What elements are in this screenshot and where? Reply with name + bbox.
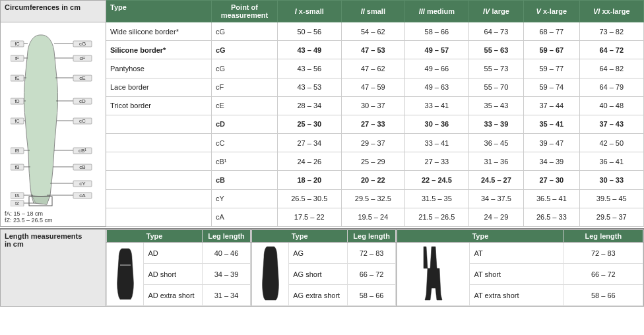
svg-text:fE: fE	[15, 76, 19, 80]
row-meas-9: cY	[212, 189, 278, 208]
type-label-1: Type	[107, 230, 203, 243]
row-4-col-IV: 35 – 43	[468, 96, 524, 115]
row-type-0: Wide silicone border*	[106, 22, 212, 41]
row-9-col-IV: 34 – 37.5	[468, 189, 524, 208]
row-3-col-III: 49 – 63	[405, 78, 469, 96]
row-10-col-II: 19.5 – 24	[341, 208, 405, 226]
at-short-value: 66 – 72	[564, 264, 643, 285]
row-type-1: Silicone border*	[106, 41, 212, 59]
row-8-col-V: 27 – 30	[524, 171, 579, 189]
svg-text:cB¹: cB¹	[79, 148, 86, 154]
row-0-col-VI: 73 – 82	[579, 22, 643, 41]
leg-length-label-1: Leg length	[203, 230, 251, 243]
row-type-2: Pantyhose	[106, 59, 212, 78]
row-meas-6: cC	[212, 134, 278, 152]
svg-text:fC: fC	[15, 42, 19, 46]
ad-extra-short-type: AD extra short	[144, 285, 203, 306]
row-2-col-II: 47 – 62	[341, 59, 405, 78]
svg-text:fB: fB	[15, 148, 19, 153]
row-9-col-V: 36.5 – 41	[524, 189, 579, 208]
ag-extra-short-value: 58 – 66	[348, 285, 396, 306]
row-0-col-II: 54 – 62	[341, 22, 405, 41]
svg-text:cF: cF	[79, 55, 85, 61]
row-meas-4: cE	[212, 96, 278, 115]
length-group-3: Type Leg length AT 72 – 83	[397, 229, 644, 307]
row-1-col-IV: 55 – 63	[468, 41, 524, 59]
svg-text:fC: fC	[15, 119, 19, 123]
at-diagram	[397, 243, 470, 306]
svg-text:fF: fF	[15, 56, 18, 61]
row-type-5	[106, 115, 212, 133]
row-10-col-I: 17.5 – 22	[278, 208, 342, 226]
row-meas-3: cF	[212, 78, 278, 96]
row-9-col-III: 31.5 – 35	[405, 189, 469, 208]
at-value: 72 – 83	[564, 243, 643, 264]
ad-short-type: AD short	[144, 264, 203, 285]
row-5-col-I: 25 – 30	[278, 115, 342, 133]
row-type-7	[106, 152, 212, 171]
row-10-col-III: 21.5 – 26.5	[405, 208, 469, 226]
row-7-col-III: 27 – 33	[405, 152, 469, 171]
type-label-3: Type	[397, 230, 564, 243]
row-0-col-IV: 64 – 73	[468, 22, 524, 41]
row-1-col-VI: 64 – 72	[579, 41, 643, 59]
at-extra-short-type: AT extra short	[470, 285, 564, 306]
row-4-col-II: 30 – 37	[341, 96, 405, 115]
svg-text:fA: fA	[15, 193, 19, 198]
row-2-col-IV: 55 – 73	[468, 59, 524, 78]
circumferences-header: Circumferences in cm	[1, 1, 106, 22]
row-6-col-I: 27 – 34	[278, 134, 342, 152]
row-8-col-IV: 24.5 – 27	[468, 171, 524, 189]
row-3-col-II: 47 – 59	[341, 78, 405, 96]
col-II-header: II small	[341, 1, 405, 22]
row-3-col-V: 59 – 74	[524, 78, 579, 96]
svg-text:cY: cY	[79, 181, 86, 187]
row-7-col-VI: 36 – 41	[579, 152, 643, 171]
row-meas-5: cD	[212, 115, 278, 133]
ad-type: AD	[144, 243, 203, 264]
ag-value: 72 – 83	[348, 243, 396, 264]
row-meas-8: cB	[212, 171, 278, 189]
leg-diagram-cell: cG cF cE cD cC	[1, 22, 106, 227]
row-meas-10: cA	[212, 208, 278, 226]
svg-text:cC: cC	[79, 118, 86, 124]
svg-text:cD: cD	[79, 98, 86, 104]
col-V-header: V x-large	[524, 1, 579, 22]
row-meas-2: cG	[212, 59, 278, 78]
row-10-col-V: 26.5 – 33	[524, 208, 579, 226]
at-extra-short-value: 58 – 66	[564, 285, 643, 306]
row-3-col-IV: 55 – 70	[468, 78, 524, 96]
ad-diagram	[107, 243, 144, 306]
row-type-4: Tricot border	[106, 96, 212, 115]
row-meas-1: cG	[212, 41, 278, 59]
ag-type: AG	[289, 243, 348, 264]
row-8-col-II: 20 – 22	[341, 171, 405, 189]
ag-short-value: 66 – 72	[348, 264, 396, 285]
row-2-col-V: 59 – 77	[524, 59, 579, 78]
row-6-col-V: 39 – 47	[524, 134, 579, 152]
ag-extra-short-type: AG extra short	[289, 285, 348, 306]
row-8-col-I: 18 – 20	[278, 171, 342, 189]
row-7-col-IV: 31 – 36	[468, 152, 524, 171]
ag-short-type: AG short	[289, 264, 348, 285]
row-7-col-II: 25 – 29	[341, 152, 405, 171]
row-type-9	[106, 189, 212, 208]
row-type-3: Lace border	[106, 78, 212, 96]
row-1-col-II: 47 – 53	[341, 41, 405, 59]
row-4-col-I: 28 – 34	[278, 96, 342, 115]
row-3-col-I: 43 – 53	[278, 78, 342, 96]
svg-text:cB: cB	[79, 164, 85, 170]
svg-text:fZ: fZ	[15, 201, 19, 206]
row-8-col-III: 22 – 24.5	[405, 171, 469, 189]
row-10-col-IV: 24 – 29	[468, 208, 524, 226]
at-short-type: AT short	[470, 264, 564, 285]
row-type-6	[106, 134, 212, 152]
row-2-col-I: 43 – 56	[278, 59, 342, 78]
ad-value: 40 – 46	[203, 243, 251, 264]
row-5-col-II: 27 – 33	[341, 115, 405, 133]
col-I-header: I x-small	[278, 1, 342, 22]
ad-extra-short-value: 31 – 34	[203, 285, 251, 306]
row-5-col-III: 30 – 36	[405, 115, 469, 133]
row-5-col-VI: 37 – 43	[579, 115, 643, 133]
leg-length-label-2: Leg length	[348, 230, 396, 243]
